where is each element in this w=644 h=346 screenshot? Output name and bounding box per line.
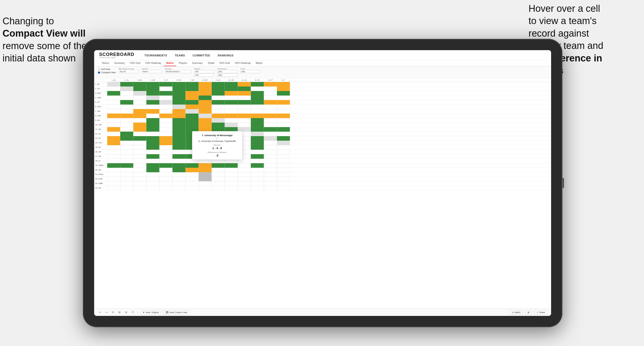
- matrix-cell[interactable]: [107, 127, 120, 132]
- matrix-cell[interactable]: [225, 82, 238, 86]
- matrix-cell[interactable]: [107, 154, 120, 159]
- matrix-cell[interactable]: [172, 82, 186, 86]
- matrix-cell[interactable]: [186, 163, 199, 168]
- matrix-cell[interactable]: [120, 154, 133, 159]
- matrix-cell[interactable]: [186, 100, 199, 105]
- matrix-cell[interactable]: [277, 127, 290, 132]
- matrix-cell[interactable]: [251, 186, 264, 190]
- matrix-cell[interactable]: [159, 163, 172, 168]
- matrix-cell[interactable]: [238, 118, 251, 123]
- zoom-fit-icon[interactable]: ⊞: [118, 310, 122, 314]
- matrix-cell[interactable]: [146, 96, 159, 100]
- matrix-cell[interactable]: [225, 96, 238, 100]
- matrix-cell[interactable]: [251, 168, 264, 172]
- matrix-cell[interactable]: [107, 132, 120, 136]
- matrix-cell[interactable]: [133, 186, 146, 190]
- matrix-cell[interactable]: [212, 123, 225, 127]
- matrix-cell[interactable]: [212, 127, 225, 132]
- matrix-cell[interactable]: [120, 132, 133, 136]
- matrix-cell[interactable]: [107, 181, 120, 186]
- matrix-cell[interactable]: [277, 123, 290, 127]
- matrix-cell[interactable]: [159, 150, 172, 154]
- matrix-cell[interactable]: [264, 123, 277, 127]
- matrix-cell[interactable]: [172, 86, 186, 91]
- matrix-cell[interactable]: [199, 118, 212, 123]
- matrix-cell[interactable]: [172, 186, 186, 190]
- matrix-cell[interactable]: [159, 145, 172, 150]
- matrix-cell[interactable]: [238, 168, 251, 172]
- nav-link-rankings[interactable]: RANKINGS: [218, 53, 233, 58]
- matrix-cell[interactable]: [172, 118, 186, 123]
- matrix-cell[interactable]: [133, 82, 146, 86]
- matrix-cell[interactable]: [238, 186, 251, 190]
- matrix-cell[interactable]: [120, 96, 133, 100]
- matrix-cell[interactable]: [172, 159, 186, 163]
- matrix-cell[interactable]: [212, 114, 225, 118]
- matrix-cell[interactable]: [133, 123, 146, 127]
- matrix-cell[interactable]: [225, 186, 238, 190]
- matrix-cell[interactable]: [146, 136, 159, 141]
- matrix-cell[interactable]: [107, 114, 120, 118]
- matrix-cell[interactable]: [277, 136, 290, 141]
- matrix-cell[interactable]: [159, 181, 172, 186]
- matrix-cell[interactable]: [212, 163, 225, 168]
- matrix-cell[interactable]: [251, 141, 264, 145]
- matrix-cell[interactable]: [277, 100, 290, 105]
- matrix-cell[interactable]: [277, 91, 290, 96]
- matrix-cell[interactable]: [120, 186, 133, 190]
- matrix-cell[interactable]: [186, 186, 199, 190]
- filter-gender-select[interactable]: Men's: [142, 70, 162, 73]
- matrix-cell[interactable]: [133, 172, 146, 177]
- matrix-cell[interactable]: [251, 150, 264, 154]
- matrix-cell[interactable]: [146, 172, 159, 177]
- matrix-cell[interactable]: [238, 127, 251, 132]
- matrix-cell[interactable]: [212, 82, 225, 86]
- matrix-cell[interactable]: [159, 159, 172, 163]
- matrix-cell[interactable]: [146, 123, 159, 127]
- matrix-cell[interactable]: [172, 132, 186, 136]
- matrix-cell[interactable]: [264, 109, 277, 114]
- matrix-cell[interactable]: [172, 100, 186, 105]
- matrix-cell[interactable]: [107, 186, 120, 190]
- layout-icon-button[interactable]: ⊞: [525, 310, 532, 314]
- matrix-cell[interactable]: [186, 86, 199, 91]
- matrix-cell[interactable]: [225, 91, 238, 96]
- matrix-cell[interactable]: [107, 168, 120, 172]
- matrix-cell[interactable]: [133, 109, 146, 114]
- matrix-cell[interactable]: [172, 105, 186, 109]
- matrix-cell[interactable]: [107, 159, 120, 163]
- matrix-cell[interactable]: [277, 114, 290, 118]
- matrix-cell[interactable]: [186, 172, 199, 177]
- matrix-cell[interactable]: [199, 186, 212, 190]
- matrix-cell[interactable]: [172, 136, 186, 141]
- matrix-cell[interactable]: [172, 114, 186, 118]
- matrix-cell[interactable]: [107, 141, 120, 145]
- matrix-cell[interactable]: [212, 100, 225, 105]
- matrix-cell[interactable]: [172, 127, 186, 132]
- matrix-cell[interactable]: [159, 132, 172, 136]
- matrix-cell[interactable]: [172, 91, 186, 96]
- matrix-cell[interactable]: [146, 114, 159, 118]
- matrix-cell[interactable]: [251, 82, 264, 86]
- matrix-cell[interactable]: [251, 136, 264, 141]
- nav-link-committee[interactable]: COMMITTEE: [193, 53, 210, 58]
- matrix-cell[interactable]: [146, 181, 159, 186]
- matrix-cell[interactable]: [199, 86, 212, 91]
- matrix-cell[interactable]: [238, 105, 251, 109]
- matrix-cell[interactable]: [277, 145, 290, 150]
- filter-conference-select2[interactable]: (All): [217, 73, 238, 77]
- matrix-cell[interactable]: [225, 109, 238, 114]
- matrix-cell[interactable]: [264, 136, 277, 141]
- matrix-cell[interactable]: [212, 177, 225, 181]
- matrix-cell[interactable]: [172, 150, 186, 154]
- matrix-cell[interactable]: [277, 154, 290, 159]
- matrix-cell[interactable]: [225, 127, 238, 132]
- matrix-cell[interactable]: [212, 172, 225, 177]
- matrix-cell[interactable]: [107, 145, 120, 150]
- matrix-cell[interactable]: [120, 150, 133, 154]
- matrix-cell[interactable]: [107, 109, 120, 114]
- filter-division-select[interactable]: NCAA Division I: [165, 70, 191, 73]
- matrix-cell[interactable]: [264, 181, 277, 186]
- tab-players[interactable]: Players: [176, 60, 190, 66]
- matrix-cell[interactable]: [159, 86, 172, 91]
